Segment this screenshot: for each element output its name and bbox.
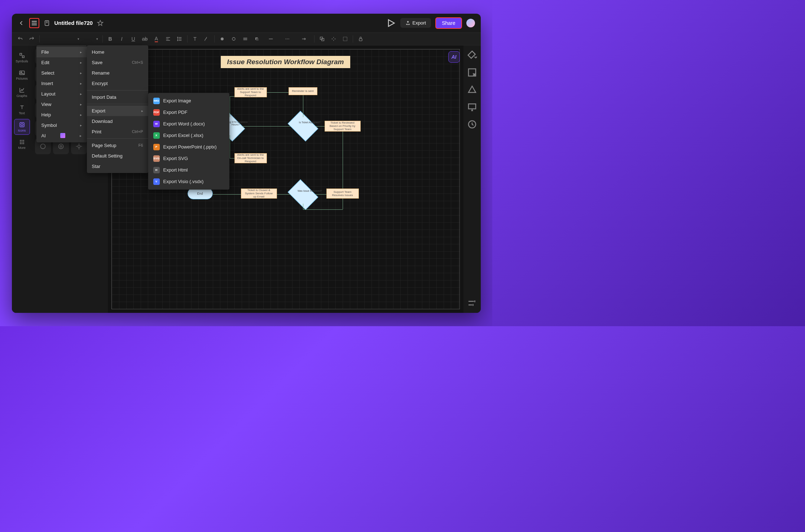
- svg-rect-13: [20, 123, 24, 127]
- lock-button[interactable]: [355, 34, 366, 44]
- redo-button[interactable]: [26, 34, 37, 44]
- menu-item-encrypt[interactable]: Encrypt: [87, 78, 148, 89]
- line-spacing-button[interactable]: [174, 34, 185, 44]
- menu-item-print[interactable]: PrintCtrl+P: [87, 127, 148, 137]
- export-item-export-powerpoint-pptx-[interactable]: PExport PowerPoint (.pptx): [148, 141, 229, 153]
- arrow-style-button[interactable]: [296, 34, 312, 44]
- svg-point-47: [60, 145, 62, 147]
- rail-icons[interactable]: Icons: [14, 119, 30, 135]
- menu-item-star[interactable]: Star: [87, 161, 148, 172]
- rail-symbols[interactable]: Symbols: [14, 50, 30, 66]
- rail-more[interactable]: More: [14, 136, 30, 152]
- flow-node[interactable]: Alerts are sent to the On-call Technicia…: [234, 153, 267, 163]
- rail-label: Symbols: [16, 59, 28, 63]
- insert-tool[interactable]: [467, 67, 478, 78]
- fill-button[interactable]: [217, 34, 228, 44]
- svg-point-16: [21, 140, 22, 141]
- avatar[interactable]: [466, 19, 475, 27]
- hamburger-menu-button[interactable]: [29, 18, 39, 28]
- menu-item-save[interactable]: SaveCtrl+S: [87, 57, 148, 68]
- menu-item-file[interactable]: File▸: [36, 47, 87, 57]
- menu-item-edit[interactable]: Edit▸: [36, 57, 87, 68]
- menu-item-export[interactable]: Export▸: [87, 106, 148, 116]
- font-select[interactable]: ▾: [42, 34, 82, 44]
- export-item-export-excel-xlsx-[interactable]: XExport Excel (.xlsx): [148, 130, 229, 141]
- rail-label: Graphs: [17, 94, 27, 98]
- settings-tool[interactable]: [467, 298, 478, 309]
- star-icon[interactable]: [97, 20, 104, 26]
- menu-item-page-setup[interactable]: Page SetupF6: [87, 140, 148, 151]
- rail-pictures[interactable]: Pictures: [14, 67, 30, 83]
- export-item-export-svg[interactable]: SVGExport SVG: [148, 153, 229, 164]
- undo-button[interactable]: [15, 34, 26, 44]
- spread-button[interactable]: [328, 34, 339, 44]
- export-format-icon: W: [153, 121, 160, 127]
- shape-tool[interactable]: [467, 84, 478, 95]
- svg-rect-9: [20, 53, 22, 55]
- svg-point-23: [23, 143, 24, 144]
- underline-button[interactable]: U: [128, 34, 139, 44]
- strikethrough-button[interactable]: ab: [140, 34, 150, 44]
- font-size[interactable]: ▾: [82, 34, 100, 44]
- svg-point-18: [20, 141, 21, 142]
- rail-text[interactable]: Text: [14, 102, 30, 118]
- export-label: Export: [413, 20, 426, 26]
- menu-item-download[interactable]: Download: [87, 116, 148, 127]
- ai-badge[interactable]: AI: [448, 51, 460, 63]
- export-item-export-pdf[interactable]: PDFExport PDF: [148, 107, 229, 118]
- shadow-button[interactable]: [251, 34, 262, 44]
- menu-item-view[interactable]: View▸: [36, 99, 87, 110]
- svg-point-15: [20, 140, 21, 141]
- stroke-button[interactable]: [228, 34, 239, 44]
- svg-rect-8: [359, 39, 362, 41]
- export-format-icon: H: [153, 167, 160, 173]
- italic-button[interactable]: I: [116, 34, 127, 44]
- svg-point-22: [21, 143, 22, 144]
- present-tool[interactable]: [467, 102, 478, 112]
- menu-item-insert[interactable]: Insert▸: [36, 78, 87, 89]
- svg-point-48: [58, 144, 63, 148]
- format-toolbar: ▾ ▾ B I U ab A T: [12, 32, 481, 45]
- rail-graphs[interactable]: Graphs: [14, 84, 30, 100]
- menu-item-ai[interactable]: AI ▸: [36, 130, 87, 141]
- group-button[interactable]: [340, 34, 351, 44]
- menu-item-default-setting[interactable]: Default Setting: [87, 151, 148, 161]
- export-format-icon: P: [153, 144, 160, 150]
- text-color-button[interactable]: A: [151, 34, 162, 44]
- menu-item-layout[interactable]: Layout▸: [36, 89, 87, 99]
- line-style-button[interactable]: [240, 34, 251, 44]
- menu-item-help[interactable]: Help▸: [36, 110, 87, 120]
- share-button[interactable]: Share: [435, 17, 462, 29]
- layer-button[interactable]: [317, 34, 327, 44]
- menu-item-home[interactable]: Home: [87, 47, 148, 57]
- export-item-export-visio-vsdx-[interactable]: VExport Visio (.vsdx): [148, 176, 229, 187]
- flow-node[interactable]: Ticket is Closed & System Sends Follow u…: [241, 189, 277, 199]
- text-tool-button[interactable]: T: [190, 34, 201, 44]
- align-button[interactable]: [163, 34, 173, 44]
- flow-node[interactable]: Support Team Resolves Issues: [326, 189, 359, 199]
- menu-item-select[interactable]: Select▸: [36, 68, 87, 78]
- export-item-export-image[interactable]: IMGExport Image: [148, 95, 229, 107]
- export-format-icon: X: [153, 132, 160, 139]
- back-button[interactable]: [18, 19, 25, 27]
- dash-button[interactable]: [280, 34, 295, 44]
- play-button[interactable]: [386, 18, 396, 28]
- menu-item-symbol[interactable]: Symbol▸: [36, 120, 87, 130]
- diagram-title[interactable]: Issue Resolution Workflow Diagram: [221, 56, 351, 68]
- flow-node[interactable]: Alerts are sent to the Support Team to R…: [234, 87, 267, 97]
- export-item-export-html[interactable]: HExport Html: [148, 164, 229, 176]
- history-tool[interactable]: [467, 119, 478, 130]
- export-button[interactable]: Export: [400, 18, 431, 28]
- line-weight-button[interactable]: [263, 34, 279, 44]
- menu-item-import-data[interactable]: Import Data: [87, 92, 148, 102]
- connector-button[interactable]: [201, 34, 212, 44]
- svg-point-21: [20, 143, 21, 144]
- export-item-export-word-docx-[interactable]: WExport Word (.docx): [148, 118, 229, 130]
- flow-node[interactable]: Ticket is Reviewed Based on Priority by …: [325, 121, 361, 132]
- main-menu: File▸Edit▸Select▸Insert▸Layout▸View▸Help…: [36, 45, 87, 142]
- flow-node[interactable]: Reminder is sent: [289, 87, 317, 95]
- menu-item-rename[interactable]: Rename: [87, 68, 148, 78]
- bold-button[interactable]: B: [105, 34, 116, 44]
- fill-tool[interactable]: [467, 50, 478, 61]
- svg-rect-4: [256, 38, 259, 41]
